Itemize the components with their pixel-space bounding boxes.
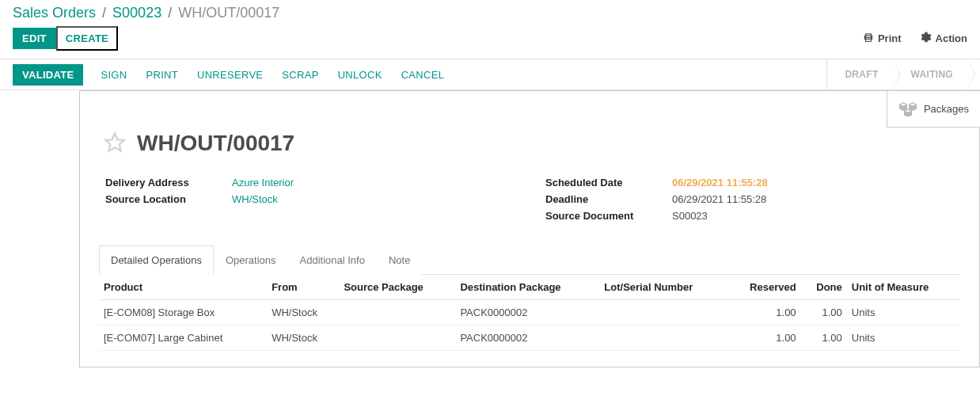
tab-detailed-operations[interactable]: Detailed Operations <box>99 246 214 275</box>
breadcrumb-link-sales-orders[interactable]: Sales Orders <box>13 5 96 21</box>
print-label: Print <box>878 32 902 44</box>
label-deadline: Deadline <box>545 193 672 205</box>
cell-product: [E-COM08] Storage Box <box>99 300 267 326</box>
label-source-location: Source Location <box>105 193 232 205</box>
breadcrumb: Sales Orders / S00023 / WH/OUT/00017 <box>0 0 980 23</box>
cancel-button[interactable]: CANCEL <box>392 64 454 86</box>
cell-src-pkg <box>339 326 455 351</box>
breadcrumb-separator: / <box>102 5 106 21</box>
label-source-document: Source Document <box>545 210 672 222</box>
col-from[interactable]: From <box>267 275 339 300</box>
delivery-address-link[interactable]: Azure Interior <box>232 177 294 188</box>
packages-icon <box>898 99 917 119</box>
tab-note[interactable]: Note <box>377 246 422 275</box>
cell-lot <box>599 300 727 326</box>
form-sheet: Packages WH/OUT/00017 Delivery Address A… <box>79 90 980 367</box>
tab-additional-info[interactable]: Additional Info <box>288 246 377 275</box>
deadline-value: 06/29/2021 11:55:28 <box>672 193 766 205</box>
unlock-button[interactable]: UNLOCK <box>329 64 392 86</box>
print-link[interactable]: Print <box>863 32 902 45</box>
cell-product: [E-COM07] Large Cabinet <box>99 326 267 351</box>
label-scheduled-date: Scheduled Date <box>545 177 672 188</box>
breadcrumb-separator: / <box>168 5 172 21</box>
cell-uom: Units <box>847 300 960 326</box>
edit-button[interactable]: EDIT <box>13 28 56 49</box>
cell-done: 1.00 <box>801 326 847 351</box>
breadcrumb-current: WH/OUT/00017 <box>178 5 279 21</box>
stage-waiting[interactable]: WAITING <box>893 59 967 89</box>
source-document-value: S00023 <box>672 210 708 222</box>
tabs: Detailed Operations Operations Additiona… <box>99 246 960 275</box>
unreserve-button[interactable]: UNRESERVE <box>188 64 272 86</box>
cell-dst-pkg: PACK0000002 <box>455 300 599 326</box>
cell-reserved: 1.00 <box>727 300 800 326</box>
cell-done: 1.00 <box>801 300 847 326</box>
col-product[interactable]: Product <box>99 275 267 300</box>
create-button[interactable]: CREATE <box>56 26 118 51</box>
statusbar: VALIDATE SIGN PRINT UNRESERVE SCRAP UNLO… <box>0 59 980 90</box>
cell-from: WH/Stock <box>267 300 339 326</box>
breadcrumb-link-order[interactable]: S00023 <box>112 5 161 21</box>
packages-button[interactable]: Packages <box>887 90 980 128</box>
gear-icon <box>921 32 932 45</box>
source-location-link[interactable]: WH/Stock <box>232 193 278 205</box>
cell-from: WH/Stock <box>267 326 339 351</box>
col-reserved[interactable]: Reserved <box>727 275 800 300</box>
packages-label: Packages <box>924 103 969 115</box>
cell-reserved: 1.00 <box>727 326 800 351</box>
tab-operations[interactable]: Operations <box>214 246 288 275</box>
col-uom[interactable]: Unit of Measure <box>847 275 960 300</box>
print-icon <box>863 32 874 45</box>
scheduled-date-value: 06/29/2021 11:55:28 <box>672 177 768 188</box>
action-link[interactable]: Action <box>921 32 967 45</box>
cell-uom: Units <box>847 326 960 351</box>
record-title: WH/OUT/00017 <box>137 131 294 156</box>
cell-src-pkg <box>339 300 455 326</box>
table-row[interactable]: [E-COM08] Storage Box WH/Stock PACK00000… <box>99 300 960 326</box>
print-button[interactable]: PRINT <box>136 64 188 86</box>
operations-table: Product From Source Package Destination … <box>99 275 960 351</box>
validate-button[interactable]: VALIDATE <box>13 64 83 86</box>
col-lot-serial[interactable]: Lot/Serial Number <box>599 275 727 300</box>
status-stages: DRAFT WAITING <box>826 59 967 89</box>
cell-dst-pkg: PACK0000002 <box>455 326 599 351</box>
topbar: EDIT CREATE Print Action <box>0 23 980 59</box>
scrap-button[interactable]: SCRAP <box>272 64 328 86</box>
col-destination-package[interactable]: Destination Package <box>455 275 599 300</box>
table-row[interactable]: [E-COM07] Large Cabinet WH/Stock PACK000… <box>99 326 960 351</box>
label-delivery-address: Delivery Address <box>105 177 232 188</box>
sign-button[interactable]: SIGN <box>91 64 136 86</box>
star-toggle[interactable] <box>104 131 126 156</box>
cell-lot <box>599 326 727 351</box>
action-label: Action <box>936 32 967 44</box>
stage-draft[interactable]: DRAFT <box>826 59 892 89</box>
col-source-package[interactable]: Source Package <box>339 275 455 300</box>
svg-marker-2 <box>105 133 123 150</box>
col-done[interactable]: Done <box>801 275 847 300</box>
